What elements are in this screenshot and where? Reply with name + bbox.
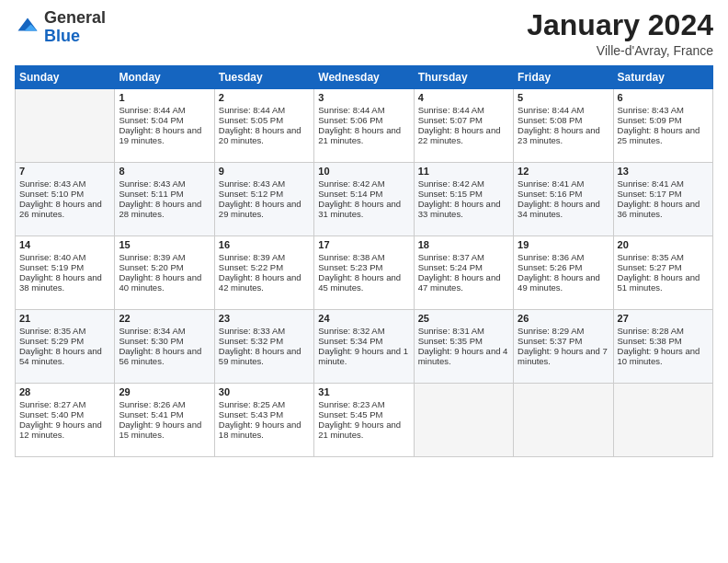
daylight-text: Daylight: 9 hours and 18 minutes. (219, 419, 310, 440)
day-number: 20 (618, 239, 709, 250)
day-number: 19 (518, 239, 609, 250)
day-number: 2 (219, 92, 310, 103)
day-number: 10 (318, 166, 409, 177)
calendar-cell: 14Sunrise: 8:40 AMSunset: 5:19 PMDayligh… (16, 236, 115, 310)
calendar-cell: 2Sunrise: 8:44 AMSunset: 5:05 PMDaylight… (214, 89, 313, 163)
sunrise-text: Sunrise: 8:44 AM (518, 105, 609, 115)
calendar-week-4: 21Sunrise: 8:35 AMSunset: 5:29 PMDayligh… (16, 310, 713, 384)
day-number: 1 (119, 92, 210, 103)
page: General Blue January 2024 Ville-d'Avray,… (0, 0, 728, 563)
day-number: 14 (19, 239, 110, 250)
daylight-text: Daylight: 8 hours and 29 minutes. (219, 199, 310, 219)
calendar-table: Sunday Monday Tuesday Wednesday Thursday… (15, 65, 713, 457)
day-number: 30 (219, 386, 310, 397)
month-title: January 2024 (527, 9, 713, 41)
calendar-cell: 16Sunrise: 8:39 AMSunset: 5:22 PMDayligh… (214, 236, 313, 310)
sunrise-text: Sunrise: 8:44 AM (318, 105, 409, 115)
sunset-text: Sunset: 5:07 PM (418, 115, 509, 125)
calendar-cell: 29Sunrise: 8:26 AMSunset: 5:41 PMDayligh… (115, 384, 214, 457)
sunrise-text: Sunrise: 8:35 AM (618, 252, 709, 262)
sunset-text: Sunset: 5:29 PM (19, 336, 110, 346)
calendar-cell: 25Sunrise: 8:31 AMSunset: 5:35 PMDayligh… (414, 310, 513, 384)
sunrise-text: Sunrise: 8:33 AM (219, 326, 310, 336)
calendar-cell: 31Sunrise: 8:23 AMSunset: 5:45 PMDayligh… (314, 384, 414, 457)
calendar-cell: 23Sunrise: 8:33 AMSunset: 5:32 PMDayligh… (214, 310, 313, 384)
sunrise-text: Sunrise: 8:25 AM (219, 399, 310, 409)
calendar-cell: 12Sunrise: 8:41 AMSunset: 5:16 PMDayligh… (514, 163, 613, 236)
sunset-text: Sunset: 5:32 PM (219, 336, 310, 346)
day-number: 16 (219, 239, 310, 250)
sunset-text: Sunset: 5:37 PM (518, 336, 609, 346)
calendar-cell: 17Sunrise: 8:38 AMSunset: 5:23 PMDayligh… (314, 236, 414, 310)
sunset-text: Sunset: 5:09 PM (618, 115, 709, 125)
calendar-cell: 8Sunrise: 8:43 AMSunset: 5:11 PMDaylight… (115, 163, 214, 236)
daylight-text: Daylight: 9 hours and 1 minute. (318, 346, 409, 366)
daylight-text: Daylight: 8 hours and 34 minutes. (518, 199, 609, 219)
sunrise-text: Sunrise: 8:43 AM (219, 178, 310, 189)
sunset-text: Sunset: 5:40 PM (19, 409, 110, 419)
sunrise-text: Sunrise: 8:41 AM (618, 178, 709, 189)
col-wednesday: Wednesday (314, 66, 414, 89)
daylight-text: Daylight: 9 hours and 15 minutes. (119, 419, 210, 440)
calendar-cell: 7Sunrise: 8:43 AMSunset: 5:10 PMDaylight… (16, 163, 115, 236)
daylight-text: Daylight: 9 hours and 4 minutes. (418, 346, 509, 366)
sunset-text: Sunset: 5:38 PM (618, 336, 709, 346)
calendar-cell: 15Sunrise: 8:39 AMSunset: 5:20 PMDayligh… (115, 236, 214, 310)
sunrise-text: Sunrise: 8:32 AM (318, 326, 409, 336)
sunset-text: Sunset: 5:17 PM (618, 189, 709, 199)
calendar-cell: 26Sunrise: 8:29 AMSunset: 5:37 PMDayligh… (514, 310, 613, 384)
day-number: 8 (119, 166, 210, 177)
sunrise-text: Sunrise: 8:39 AM (219, 252, 310, 262)
sunrise-text: Sunrise: 8:42 AM (318, 178, 409, 189)
sunset-text: Sunset: 5:11 PM (119, 189, 210, 199)
daylight-text: Daylight: 8 hours and 33 minutes. (418, 199, 509, 219)
sunrise-text: Sunrise: 8:35 AM (19, 326, 110, 336)
daylight-text: Daylight: 8 hours and 40 minutes. (119, 272, 210, 293)
calendar-cell: 3Sunrise: 8:44 AMSunset: 5:06 PMDaylight… (314, 89, 414, 163)
sunset-text: Sunset: 5:27 PM (618, 262, 709, 272)
header: General Blue January 2024 Ville-d'Avray,… (15, 9, 713, 58)
daylight-text: Daylight: 8 hours and 19 minutes. (119, 125, 210, 145)
daylight-text: Daylight: 8 hours and 22 minutes. (418, 125, 509, 145)
daylight-text: Daylight: 8 hours and 45 minutes. (318, 272, 409, 293)
sunset-text: Sunset: 5:26 PM (518, 262, 609, 272)
daylight-text: Daylight: 9 hours and 7 minutes. (518, 346, 609, 366)
calendar-cell: 13Sunrise: 8:41 AMSunset: 5:17 PMDayligh… (613, 163, 712, 236)
daylight-text: Daylight: 8 hours and 54 minutes. (19, 346, 110, 366)
day-number: 28 (19, 386, 110, 397)
sunrise-text: Sunrise: 8:38 AM (318, 252, 409, 262)
calendar-cell: 11Sunrise: 8:42 AMSunset: 5:15 PMDayligh… (414, 163, 513, 236)
sunrise-text: Sunrise: 8:41 AM (518, 178, 609, 189)
day-number: 9 (219, 166, 310, 177)
calendar-cell: 9Sunrise: 8:43 AMSunset: 5:12 PMDaylight… (214, 163, 313, 236)
daylight-text: Daylight: 8 hours and 47 minutes. (418, 272, 509, 293)
sunset-text: Sunset: 5:14 PM (318, 189, 409, 199)
sunset-text: Sunset: 5:43 PM (219, 409, 310, 419)
sunrise-text: Sunrise: 8:27 AM (19, 399, 110, 409)
sunset-text: Sunset: 5:04 PM (119, 115, 210, 125)
sunset-text: Sunset: 5:16 PM (518, 189, 609, 199)
day-number: 12 (518, 166, 609, 177)
sunset-text: Sunset: 5:05 PM (219, 115, 310, 125)
calendar-week-5: 28Sunrise: 8:27 AMSunset: 5:40 PMDayligh… (16, 384, 713, 457)
sunset-text: Sunset: 5:30 PM (119, 336, 210, 346)
calendar-cell: 4Sunrise: 8:44 AMSunset: 5:07 PMDaylight… (414, 89, 513, 163)
calendar-cell: 19Sunrise: 8:36 AMSunset: 5:26 PMDayligh… (514, 236, 613, 310)
daylight-text: Daylight: 8 hours and 59 minutes. (219, 346, 310, 366)
header-row: Sunday Monday Tuesday Wednesday Thursday… (16, 66, 713, 89)
col-friday: Friday (514, 66, 613, 89)
calendar-cell: 1Sunrise: 8:44 AMSunset: 5:04 PMDaylight… (115, 89, 214, 163)
day-number: 3 (318, 92, 409, 103)
sunrise-text: Sunrise: 8:43 AM (119, 178, 210, 189)
calendar-cell: 5Sunrise: 8:44 AMSunset: 5:08 PMDaylight… (514, 89, 613, 163)
sunset-text: Sunset: 5:24 PM (418, 262, 509, 272)
daylight-text: Daylight: 9 hours and 12 minutes. (19, 419, 110, 440)
calendar-cell: 6Sunrise: 8:43 AMSunset: 5:09 PMDaylight… (613, 89, 712, 163)
day-number: 6 (618, 92, 709, 103)
day-number: 5 (518, 92, 609, 103)
logo-blue-text: Blue (44, 27, 80, 45)
sunrise-text: Sunrise: 8:44 AM (219, 105, 310, 115)
sunrise-text: Sunrise: 8:36 AM (518, 252, 609, 262)
sunrise-text: Sunrise: 8:23 AM (318, 399, 409, 409)
sunrise-text: Sunrise: 8:40 AM (19, 252, 110, 262)
